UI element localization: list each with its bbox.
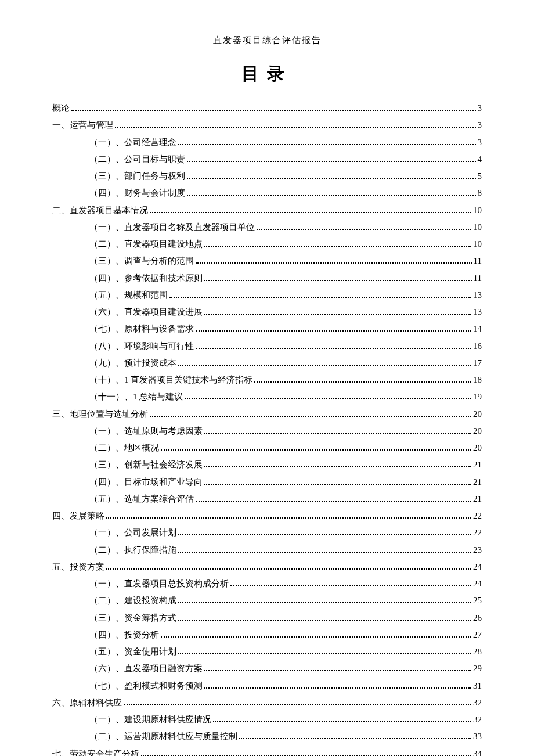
toc-entry-page: 3 (478, 117, 482, 134)
toc-entry-label: （二）、运营期原材料供应与质量控制 (89, 728, 237, 745)
toc-dots (196, 501, 471, 502)
toc-entry: 七、劳动安全生产分析34 (52, 746, 482, 757)
toc-entry-label: （二）、地区概况 (89, 440, 159, 456)
toc-entry-label: （四）、投资分析 (89, 627, 159, 643)
toc-entry-label: （三）、资金筹措方式 (89, 610, 176, 627)
toc-entry-page: 20 (473, 406, 482, 423)
toc-entry-label: （五）、选址方案综合评估 (89, 491, 194, 507)
toc-entry-label: （三）、调查与分析的范围 (89, 253, 194, 269)
toc-entry-page: 25 (473, 592, 482, 609)
toc-entry-label: （二）、建设投资构成 (89, 592, 176, 609)
toc-dots (124, 704, 471, 705)
toc-entry: （七）、盈利模式和财务预测31 (52, 678, 482, 694)
toc-entry: （十）、1 直发器项目关键技术与经济指标18 (52, 372, 482, 388)
toc-dots (204, 433, 471, 434)
toc-entry: （三）、资金筹措方式26 (52, 610, 482, 627)
toc-dots (178, 534, 471, 535)
toc-entry-page: 28 (473, 643, 482, 660)
toc-dots (178, 620, 471, 621)
toc-dots (254, 381, 471, 383)
toc-entry-page: 26 (473, 610, 482, 627)
toc-dots (204, 246, 471, 247)
toc-entry-label: （一）、公司经营理念 (89, 134, 176, 151)
toc-entry-label: 五、投资方案 (52, 559, 104, 575)
toc-entry-label: （七）、盈利模式和财务预测 (89, 678, 203, 694)
toc-entry-page: 24 (473, 575, 482, 592)
toc-entry-page: 13 (473, 304, 482, 321)
toc-dots (187, 178, 476, 179)
toc-entry: （十一）、1 总结与建议19 (52, 388, 482, 405)
toc-entry-page: 20 (473, 423, 482, 440)
toc-entry-label: （一）、直发器项目总投资构成分析 (89, 575, 229, 592)
toc-entry-page: 34 (473, 746, 482, 757)
toc-entry-label: （九）、预计投资成本 (89, 355, 176, 372)
toc-entry-page: 3 (478, 100, 482, 117)
toc-entry: 三、地理位置与选址分析20 (52, 406, 482, 423)
toc-entry-page: 32 (473, 711, 482, 728)
toc-entry: （二）、运营期原材料供应与质量控制33 (52, 728, 482, 745)
toc-entry-page: 10 (473, 219, 482, 236)
toc-entry-label: 七、劳动安全生产分析 (52, 746, 139, 757)
toc-entry-label: （四）、财务与会计制度 (89, 185, 185, 201)
toc-entry-page: 10 (473, 202, 482, 219)
toc-entry: （一）、直发器项目名称及直发器项目单位10 (52, 219, 482, 236)
toc-entry-page: 22 (473, 507, 482, 524)
toc-entry-label: （十）、1 直发器项目关键技术与经济指标 (89, 372, 252, 388)
toc-entry: （五）、选址方案综合评估21 (52, 491, 482, 507)
toc-entry-label: （五）、资金使用计划 (89, 643, 176, 660)
toc-entry: （六）、直发器项目融资方案29 (52, 660, 482, 677)
toc-entry-page: 4 (478, 151, 482, 168)
toc-entry-page: 11 (474, 253, 482, 269)
toc-entry-label: （二）、公司目标与职责 (89, 151, 185, 168)
toc-entry-page: 32 (473, 694, 482, 711)
toc-dots (257, 229, 471, 230)
toc-entry-label: （一）、选址原则与考虑因素 (89, 423, 203, 440)
toc-dots (187, 195, 476, 196)
toc-dots (196, 262, 472, 264)
toc-entry-label: （四）、目标市场和产业导向 (89, 474, 203, 491)
toc-entry: （七）、原材料与设备需求14 (52, 321, 482, 337)
toc-dots (213, 721, 471, 722)
toc-entry-label: （一）、建设期原材料供应情况 (89, 711, 211, 728)
toc-entry-label: （二）、直发器项目建设地点 (89, 236, 203, 253)
toc-dots (196, 348, 471, 349)
toc-entry: （五）、资金使用计划28 (52, 643, 482, 660)
toc-dots (178, 552, 471, 553)
toc-entry: （一）、公司经营理念3 (52, 134, 482, 151)
toc-entry: 五、投资方案24 (52, 559, 482, 575)
toc-dots (204, 687, 471, 689)
toc-entry: （三）、部门任务与权利5 (52, 168, 482, 185)
toc-entry: （一）、建设期原材料供应情况32 (52, 711, 482, 728)
toc-entry-page: 16 (473, 338, 482, 355)
toc-entry: （二）、执行保障措施23 (52, 542, 482, 559)
toc-entry: 四、发展策略22 (52, 507, 482, 524)
toc-entry-label: （八）、环境影响与可行性 (89, 338, 194, 355)
toc-entry-page: 27 (473, 627, 482, 643)
toc-entry: 六、原辅材料供应32 (52, 694, 482, 711)
toc-dots (178, 653, 471, 654)
toc-entry-label: （四）、参考依据和技术原则 (89, 270, 203, 287)
toc-entry-page: 18 (473, 372, 482, 388)
toc-entry: （三）、调查与分析的范围11 (52, 253, 482, 269)
toc-dots (239, 738, 471, 739)
toc-entry-page: 29 (473, 660, 482, 677)
toc-entry: 概论3 (52, 100, 482, 117)
toc-dots (106, 568, 471, 570)
toc-entry-page: 8 (478, 185, 482, 201)
toc-entry-page: 21 (473, 456, 482, 473)
toc-dots (185, 398, 471, 399)
toc-entry-label: 三、地理位置与选址分析 (52, 406, 148, 423)
toc-entry-page: 5 (478, 168, 482, 185)
toc-entry-page: 31 (473, 678, 482, 694)
toc-entry-page: 11 (474, 270, 482, 287)
toc-entry-label: （二）、执行保障措施 (89, 542, 176, 559)
toc-dots (161, 636, 471, 638)
toc-entry-label: （三）、部门任务与权利 (89, 168, 185, 185)
toc-entry-page: 10 (473, 236, 482, 253)
toc-entry: （二）、地区概况20 (52, 440, 482, 456)
toc-entry-label: 六、原辅材料供应 (52, 694, 122, 711)
document-header: 直发器项目综合评估报告 (52, 35, 482, 46)
toc-dots (178, 144, 476, 145)
toc-entry-page: 23 (473, 542, 482, 559)
toc-entry: （四）、参考依据和技术原则11 (52, 270, 482, 287)
